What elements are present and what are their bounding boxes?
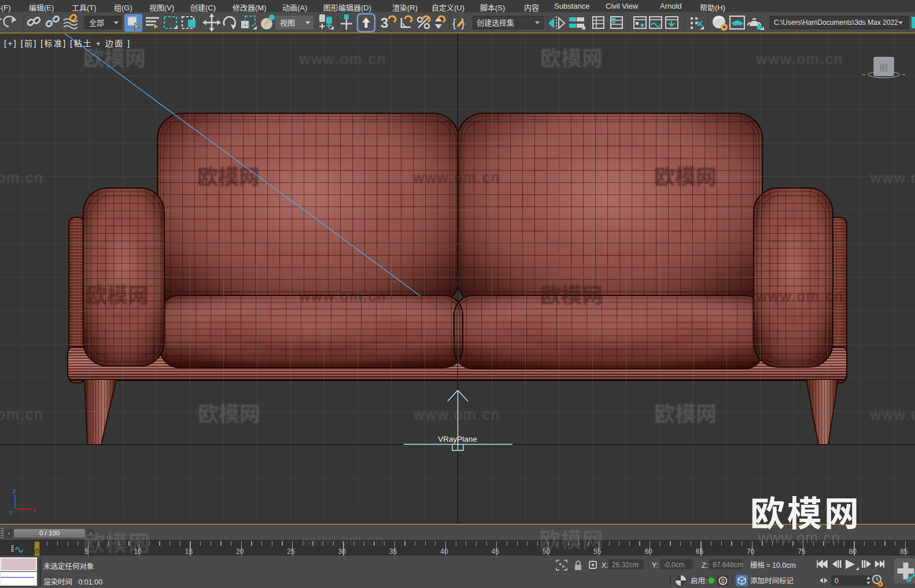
svg-text:87.648cm: 87.648cm: [713, 559, 743, 569]
svg-text:www.om.cn: www.om.cn: [0, 165, 43, 187]
svg-text:www.om.cn: www.om.cn: [870, 402, 915, 424]
svg-text:y: y: [9, 509, 13, 516]
svg-text:www.om.cn: www.om.cn: [299, 47, 387, 68]
svg-text:创建选择集: 创建选择集: [477, 17, 514, 28]
svg-text:欧模网: 欧模网: [654, 397, 717, 427]
svg-text:欧模网: 欧模网: [197, 160, 260, 190]
svg-text:添加时间标记: 添加时间标记: [750, 575, 794, 586]
svg-text:栅格 = 10.0cm: 栅格 = 10.0cm: [750, 559, 796, 570]
svg-text:www.om.cn: www.om.cn: [756, 47, 844, 68]
svg-text:欧模网: 欧模网: [198, 397, 260, 427]
svg-text:www.om.cn: www.om.cn: [413, 402, 501, 424]
svg-text:-0.0cm: -0.0cm: [663, 559, 685, 569]
svg-text:www.om.cn: www.om.cn: [0, 402, 43, 424]
svg-text:{: {: [452, 17, 456, 29]
svg-text:视图: 视图: [280, 17, 295, 28]
svg-text:欧模网: 欧模网: [86, 279, 149, 309]
svg-text:[+] [前] [标准] [粘土 + 边面 ]: [+] [前] [标准] [粘土 + 边面 ]: [4, 37, 131, 49]
svg-text:www.om.cn: www.om.cn: [413, 165, 501, 187]
svg-text:Y:: Y:: [652, 559, 658, 570]
svg-text:www.om.cn: www.om.cn: [870, 165, 915, 187]
svg-text:X:: X:: [602, 559, 608, 570]
svg-text:启用:: 启用:: [691, 575, 707, 586]
svg-text:欧模网: 欧模网: [540, 279, 603, 309]
svg-text:前: 前: [879, 61, 888, 73]
svg-text:0: 0: [835, 575, 839, 585]
svg-text:C:\Users\Han\Documents\3ds Max: C:\Users\Han\Documents\3ds Max 2022: [774, 19, 898, 27]
svg-text:www.om.cn: www.om.cn: [756, 284, 844, 305]
svg-text:Z:: Z:: [702, 559, 708, 570]
svg-text:www.om.cn: www.om.cn: [299, 284, 387, 305]
svg-text:3: 3: [381, 15, 388, 31]
svg-text:x: x: [33, 506, 36, 513]
svg-text:欧模网: 欧模网: [654, 160, 717, 190]
svg-text:VRayPlane: VRayPlane: [438, 435, 477, 443]
svg-text:26.32cm: 26.32cm: [612, 559, 639, 569]
svg-text:z: z: [13, 487, 16, 494]
svg-text:全部: 全部: [89, 17, 104, 28]
svg-text:0: 0: [721, 576, 725, 585]
svg-text:欧模网: 欧模网: [540, 42, 603, 72]
